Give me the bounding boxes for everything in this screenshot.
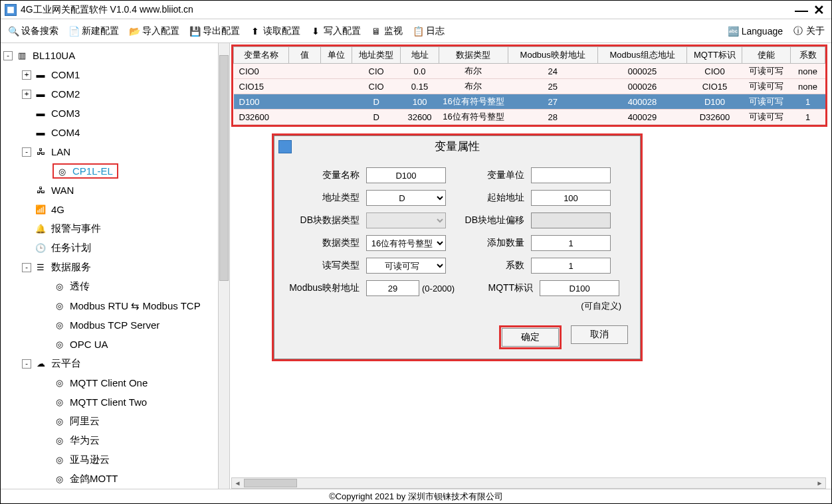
cell-addr: 0.0 <box>400 64 439 79</box>
tree-alarm[interactable]: 🔔报警与事件 <box>1 219 229 238</box>
close-button[interactable]: ✕ <box>810 4 827 16</box>
tree-com2[interactable]: +▬COM2 <box>1 84 229 104</box>
cell-datatype: 布尔 <box>439 64 508 79</box>
cell-cfgaddr: 000025 <box>597 64 687 79</box>
expand-icon[interactable]: + <box>22 70 31 80</box>
tree-modbus-tcp[interactable]: ◎Modbus TCP Server <box>1 315 229 335</box>
write-config-button[interactable]: ⬇写入配置 <box>306 24 365 39</box>
input-mapaddr[interactable] <box>366 280 419 296</box>
tree-modbus-rtu[interactable]: ◎Modbus RTU ⇆ Modbus TCP <box>1 296 229 315</box>
tree-4g[interactable]: 📶4G <box>1 200 229 219</box>
col-value[interactable]: 值 <box>288 47 320 64</box>
input-unit[interactable] <box>531 167 611 183</box>
tree-lan[interactable]: -🖧LAN <box>1 142 229 161</box>
titlebar: 4G工业网关配置软件 V1.0.4 www.bliiot.cn — ✕ <box>1 1 831 19</box>
log-button[interactable]: 📋日志 <box>408 24 449 39</box>
window-title: 4G工业网关配置软件 V1.0.4 www.bliiot.cn <box>21 4 793 16</box>
tree-com3[interactable]: ▬COM3 <box>1 104 229 123</box>
language-button[interactable]: 🔤Language <box>724 24 787 39</box>
tree-com1[interactable]: +▬COM1 <box>1 65 229 84</box>
scrollbar-thumb[interactable] <box>244 479 297 487</box>
hint-maprange: (0-2000) <box>422 284 455 294</box>
tree-wan[interactable]: 🖧WAN <box>1 181 229 200</box>
input-coef[interactable] <box>531 258 611 274</box>
import-config-button[interactable]: 📂导入配置 <box>124 24 183 39</box>
cell-datatype: 16位有符号整型 <box>439 94 508 110</box>
col-unit[interactable]: 单位 <box>320 47 352 64</box>
select-rwtype[interactable]: 可读可写 <box>366 258 446 274</box>
copyright: ©Copyright 2021 by 深圳市钡铼技术有限公司 <box>329 491 503 503</box>
col-cfgaddr[interactable]: Modbus组态地址 <box>597 47 687 64</box>
export-config-button[interactable]: 💾导出配置 <box>185 24 244 39</box>
table-row[interactable]: CIO15CIO0.15布尔25000026CIO15可读可写none <box>234 79 825 94</box>
content-hscrollbar[interactable]: ◄ ► <box>231 477 826 489</box>
cell-unit <box>320 79 352 94</box>
input-name[interactable] <box>366 167 446 183</box>
tree-jinge[interactable]: ◎金鸽MOTT <box>1 469 229 489</box>
input-mqtt[interactable] <box>540 280 619 296</box>
cell-addrtype: D <box>352 110 401 125</box>
tree-com4[interactable]: ▬COM4 <box>1 123 229 142</box>
target-icon: ◎ <box>52 397 66 408</box>
tree-cloud[interactable]: -☁云平台 <box>1 354 229 373</box>
label-startaddr: 起始地址 <box>446 192 531 204</box>
device-icon: ▥ <box>15 50 29 61</box>
about-button[interactable]: ⓘ关于 <box>788 24 829 39</box>
new-config-button[interactable]: 📄新建配置 <box>64 24 123 39</box>
label-datatype: 数据类型 <box>281 237 366 249</box>
table-row[interactable]: CIO0CIO0.0布尔24000025CIO0可读可写none <box>234 64 825 79</box>
select-datatype[interactable]: 16位有符号整型 <box>366 235 446 251</box>
col-addr[interactable]: 地址 <box>400 47 439 64</box>
tree-aws[interactable]: ◎亚马逊云 <box>1 450 229 469</box>
read-config-button[interactable]: ⬆读取配置 <box>245 24 304 39</box>
tree-scrollbar[interactable] <box>218 43 229 489</box>
cell-cfgaddr: 400029 <box>597 110 687 125</box>
col-datatype[interactable]: 数据类型 <box>439 47 508 64</box>
tree-dataservice[interactable]: -☰数据服务 <box>1 258 229 277</box>
input-startaddr[interactable] <box>531 190 611 206</box>
label-unit: 变量单位 <box>446 169 531 181</box>
col-coef[interactable]: 系数 <box>791 47 825 64</box>
ok-button[interactable]: 确定 <box>502 328 559 347</box>
search-devices-button[interactable]: 🔍设备搜索 <box>3 24 62 39</box>
tree-cp1l[interactable]: ◎CP1L-EL <box>1 161 229 181</box>
tree-root[interactable]: -▥BL110UA <box>1 46 229 65</box>
col-enable[interactable]: 使能 <box>742 47 791 64</box>
col-addrtype[interactable]: 地址类型 <box>352 47 401 64</box>
expand-icon[interactable]: + <box>22 90 31 99</box>
col-name[interactable]: 变量名称 <box>234 47 289 64</box>
monitor-button[interactable]: 🖥监视 <box>366 24 407 39</box>
cell-mapaddr: 27 <box>508 94 597 110</box>
tree-aliyun[interactable]: ◎阿里云 <box>1 412 229 431</box>
tree-passthru[interactable]: ◎透传 <box>1 277 229 296</box>
target-icon: ◎ <box>52 436 66 446</box>
collapse-icon[interactable]: - <box>22 263 31 272</box>
cell-addr: 100 <box>400 94 439 110</box>
variable-properties-dialog: 变量属性 变量名称 变量单位 地址类型D 起始地址 DB块数据类型 <box>274 135 641 359</box>
scroll-left-icon[interactable]: ◄ <box>232 478 243 488</box>
collapse-icon[interactable]: - <box>22 147 31 157</box>
tree-task[interactable]: 🕒任务计划 <box>1 238 229 258</box>
scrollbar-thumb[interactable] <box>219 55 229 281</box>
cell-unit <box>320 64 352 79</box>
table-row[interactable]: D100D10016位有符号整型27400028D100可读可写1 <box>234 94 825 110</box>
tree-mqtt2[interactable]: ◎MQTT Client Two <box>1 392 229 412</box>
scroll-right-icon[interactable]: ► <box>814 478 825 488</box>
cell-addrtype: D <box>352 94 401 110</box>
select-addrtype[interactable]: D <box>366 190 446 206</box>
collapse-icon[interactable]: - <box>3 51 13 60</box>
main-area: -▥BL110UA +▬COM1 +▬COM2 ▬COM3 ▬COM4 -🖧LA… <box>1 43 831 489</box>
tree-mqtt1[interactable]: ◎MQTT Client One <box>1 373 229 392</box>
col-mapaddr[interactable]: Modbus映射地址 <box>508 47 597 64</box>
table-row[interactable]: D32600D3260016位有符号整型28400029D32600可读可写1 <box>234 110 825 125</box>
antenna-icon: 📶 <box>34 205 47 215</box>
upload-icon: ⬆ <box>249 25 261 37</box>
cancel-button[interactable]: 取消 <box>571 325 628 344</box>
tree-opcua[interactable]: ◎OPC UA <box>1 335 229 354</box>
collapse-icon[interactable]: - <box>22 359 31 369</box>
variable-table-highlight: 变量名称 值 单位 地址类型 地址 数据类型 Modbus映射地址 Modbus… <box>231 44 827 127</box>
minimize-button[interactable]: — <box>793 4 810 16</box>
tree-huawei[interactable]: ◎华为云 <box>1 431 229 450</box>
col-mqtt[interactable]: MQTT标识 <box>687 47 742 64</box>
input-addcount[interactable] <box>531 235 611 251</box>
